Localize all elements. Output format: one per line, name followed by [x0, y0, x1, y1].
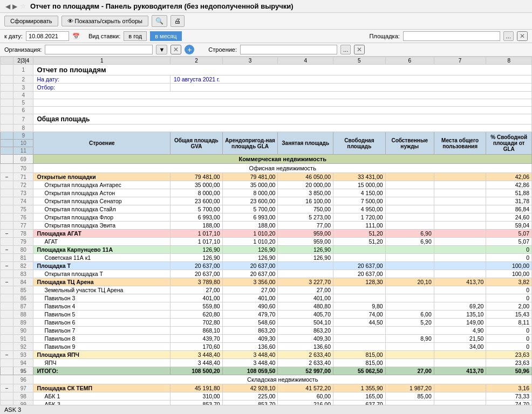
row-name: Советская 11А к1 — [33, 254, 170, 262]
rate-year-btn[interactable]: в год — [124, 31, 147, 41]
subsection-warehouse: Складская недвижимость — [33, 375, 532, 384]
v2: 3 448,40 — [222, 351, 278, 359]
list-item: 76 Открытая площадка Флор 6 993,00 6 993… — [1, 213, 532, 222]
area-input[interactable] — [403, 31, 500, 41]
add-btn[interactable]: + — [185, 45, 194, 54]
v6 — [434, 351, 486, 359]
row-name: Павильон 7 — [33, 327, 170, 335]
area-dots[interactable]: ... — [503, 31, 514, 41]
col7-header: 7 — [434, 57, 486, 65]
nav-forward[interactable]: ▶ — [11, 3, 18, 10]
v4: 20 637,00 — [333, 262, 386, 270]
v4: 51,20 — [333, 230, 386, 238]
row-name: Открытая площадка Флор — [33, 213, 170, 222]
v1: 170,60 — [170, 343, 223, 351]
v7: 73,33 — [486, 392, 532, 401]
v7: 86,84 — [486, 205, 532, 213]
org-input[interactable] — [45, 45, 153, 54]
col8-header: 8 — [486, 57, 532, 65]
v3: 480,80 — [278, 302, 333, 310]
v3 — [278, 262, 333, 270]
toolbar: Сформировать 👁 Показать/скрыть отборы 🔍 … — [0, 13, 532, 30]
v4: 74,00 — [333, 310, 386, 319]
calendar-icon[interactable]: 📅 — [72, 33, 80, 40]
nav-back[interactable]: ◀ — [4, 3, 11, 10]
col2-header: 2 — [170, 57, 223, 65]
print-button[interactable]: 🖨 — [170, 15, 185, 27]
list-item: 77 Открытая площадка Эвита 188,00 188,00… — [1, 222, 532, 230]
v3: 20 000,00 — [278, 181, 333, 189]
v7: 42,86 — [486, 181, 532, 189]
row-name: Павильон 6 — [33, 319, 170, 327]
col-rownum-header: 2|3|4 — [13, 57, 33, 65]
v4: 815,00 — [333, 351, 386, 359]
v5 — [385, 246, 434, 254]
collapse-97[interactable]: − — [1, 384, 13, 392]
show-hide-button[interactable]: 👁 Показать/скрыть отборы — [62, 16, 148, 26]
search-button[interactable]: 🔍 — [152, 15, 167, 27]
v7: 50,96 — [486, 367, 532, 375]
collapse-80[interactable]: − — [1, 246, 13, 254]
v2: 401,00 — [222, 294, 278, 302]
v6: 34,00 — [434, 343, 486, 351]
list-item: 90 Павильон 7 868,10 863,20 863,20 4,90 … — [1, 327, 532, 335]
area-close[interactable]: ✕ — [517, 31, 528, 41]
v3: 52 997,00 — [278, 367, 333, 375]
v4: 815,00 — [333, 359, 386, 367]
building-close[interactable]: ✕ — [354, 45, 365, 54]
v2: 188,00 — [222, 222, 278, 230]
collapse-84[interactable]: − — [1, 278, 13, 286]
th-rentable: Арендопригод-ная площадь GLA — [222, 132, 278, 155]
v4: 51,20 — [333, 238, 386, 246]
list-item: − 71 Открытые площадки 79 481,00 79 481,… — [1, 173, 532, 181]
v3: 2 633,40 — [278, 351, 333, 359]
v2: 42 928,10 — [222, 384, 278, 392]
row-name: Площадка Т — [33, 262, 170, 270]
list-item: 73 Открытая площадка Астон 8 000,00 8 00… — [1, 189, 532, 197]
v4: 55 062,50 — [333, 367, 386, 375]
v7: 0 — [486, 254, 532, 262]
v6 — [434, 230, 486, 238]
v1: 20 637,00 — [170, 262, 223, 270]
org-close[interactable]: ✕ — [170, 45, 181, 54]
v4: 165,00 — [333, 392, 386, 401]
filter-row-2: Организация: ▼ ✕ + Строение: ... ✕ — [0, 43, 532, 57]
date-input[interactable] — [26, 31, 69, 41]
row-name: Павильон 9 — [33, 343, 170, 351]
v2: 5 700,00 — [222, 205, 278, 213]
form-button[interactable]: Сформировать — [4, 16, 58, 26]
v7: 31,78 — [486, 197, 532, 205]
v6: 149,00 — [434, 319, 486, 327]
v1: 108 500,20 — [170, 367, 223, 375]
v7: 0 — [486, 286, 532, 294]
collapse-71[interactable]: − — [1, 173, 13, 181]
row-name: Открытая площадка Астон — [33, 189, 170, 197]
v1: 79 481,00 — [170, 173, 223, 181]
row-name: Земельный участок ТЦ Арена — [33, 286, 170, 294]
v7: 15,43 — [486, 310, 532, 319]
table-row: 69 Коммерческая недвижимость — [1, 155, 532, 164]
collapse-82[interactable]: − — [1, 262, 13, 270]
v2: 225,00 — [222, 392, 278, 401]
building-dots[interactable]: ... — [340, 45, 351, 54]
area-label: Площадка: — [369, 33, 399, 39]
v7: 51,88 — [486, 189, 532, 197]
v3: 750,00 — [278, 205, 333, 213]
collapse-93[interactable]: − — [1, 351, 13, 359]
table-row: 3 Отбор: — [1, 84, 532, 92]
collapse-78[interactable]: − — [1, 230, 13, 238]
v4: 20 637,00 — [333, 270, 386, 278]
v2: 1 010,20 — [222, 230, 278, 238]
building-input[interactable] — [240, 45, 337, 54]
th-own: Собственные нужды — [385, 132, 434, 155]
v7: 23,63 — [486, 359, 532, 367]
row-name: Площадка СК ТЕМП — [33, 384, 170, 392]
list-item: 81 Советская 11А к1 126,90 126,90 126,90… — [1, 254, 532, 262]
row-name: АГАТ — [33, 238, 170, 246]
rate-month-btn[interactable]: в месяц — [150, 31, 181, 41]
v3: 126,90 — [278, 246, 333, 254]
row-name: Открытые площадки — [33, 173, 170, 181]
org-dropdown[interactable]: ▼ — [156, 45, 167, 54]
v7: 42,06 — [486, 173, 532, 181]
row-name: Открытая площадка Стайл — [33, 205, 170, 213]
